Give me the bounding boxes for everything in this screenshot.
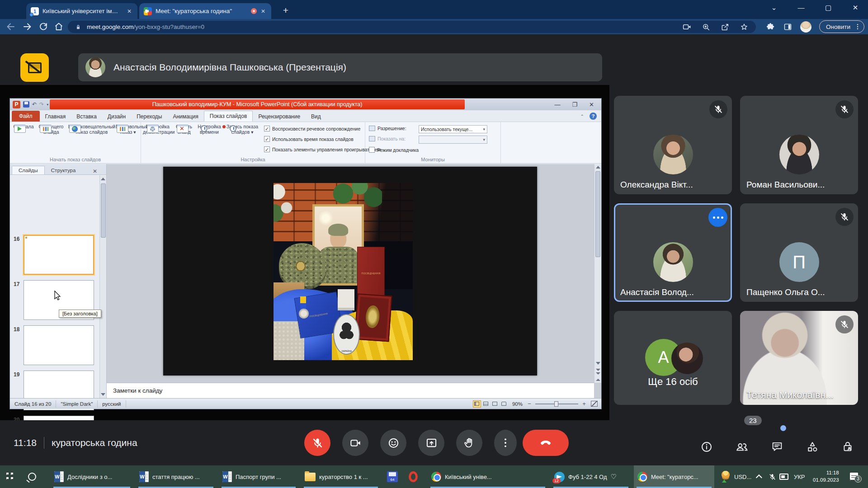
close-tab-icon[interactable]: ✕ [259, 8, 267, 15]
forward-icon[interactable] [22, 21, 33, 32]
taskbar-chrome-university[interactable]: Київський уніве... [428, 465, 548, 488]
setup-slideshow-button[interactable]: Настройка демонстрации [143, 124, 173, 135]
participant-tile-presenter[interactable]: Анастасія Волод... [614, 203, 732, 302]
activities-button[interactable] [806, 441, 819, 453]
minimize-window-icon[interactable]: — [792, 4, 810, 11]
close-pane-icon[interactable]: ✕ [93, 168, 97, 174]
camera-toggle-button[interactable] [342, 430, 368, 456]
maximize-window-icon[interactable]: ▢ [819, 4, 837, 12]
help-icon[interactable]: ? [590, 113, 597, 120]
participant-tile-video[interactable]: Тетяна Миколаївн... [740, 311, 858, 405]
ribbon-tab-slideshow[interactable]: Показ слайдов [204, 111, 253, 122]
presentation-off-icon[interactable] [20, 53, 49, 82]
people-panel-button[interactable] [735, 440, 749, 454]
zoom-slider[interactable] [535, 404, 578, 404]
show-on-dropdown[interactable]: ▾ [419, 136, 487, 144]
more-options-button[interactable] [494, 430, 517, 456]
ribbon-tab-review[interactable]: Рецензирование [253, 112, 306, 122]
resolution-dropdown[interactable]: Использовать текуще...▾ [419, 125, 487, 133]
undo-icon[interactable]: ↶ [32, 101, 37, 108]
tray-expand-button[interactable] [754, 465, 766, 488]
ribbon-tab-file[interactable]: Файл [12, 111, 40, 122]
taskbar-opera[interactable] [405, 465, 421, 488]
taskbar-currency-widget[interactable]: USD... [717, 465, 755, 488]
zoom-out-icon[interactable]: − [526, 400, 533, 407]
more-participants-tile[interactable]: A Ще 16 осіб [614, 311, 732, 405]
use-timings-checkbox[interactable]: ✓Использовать время показа слайдов [264, 136, 354, 142]
reading-view-button[interactable] [491, 400, 499, 408]
taskbar-telegram[interactable]: 12Фуб 1-22 4 Од♡ [551, 465, 631, 488]
chat-panel-button[interactable] [771, 441, 783, 453]
end-call-button[interactable] [523, 430, 569, 456]
reload-icon[interactable] [38, 21, 49, 32]
ppt-minimize-icon[interactable]: — [554, 101, 560, 108]
participant-tile[interactable]: Олександра Вікт... [614, 96, 732, 194]
hide-slide-button[interactable]: ✕Скрыть слайд [174, 124, 194, 135]
rehearse-timings-button[interactable]: Настройка времени [195, 124, 223, 135]
home-icon[interactable] [53, 21, 64, 32]
custom-slideshow-button[interactable]: Произвольный показ ▾ [116, 124, 140, 135]
bookmark-star-icon[interactable] [740, 23, 749, 32]
show-media-controls-checkbox[interactable]: ✓Показать элементы управления проигрыват… [264, 146, 381, 152]
host-controls-button[interactable] [841, 441, 854, 453]
taskbar-chrome-meet[interactable]: Meet: "кураторс... [634, 465, 714, 488]
close-tab-icon[interactable]: ✕ [126, 8, 133, 15]
taskbar-folder[interactable]: кураторство 1 к ... [301, 465, 381, 488]
fit-to-window-icon[interactable] [591, 401, 598, 407]
save-icon[interactable] [23, 101, 29, 108]
slide-scrollbar[interactable] [594, 164, 601, 383]
zoom-page-icon[interactable] [702, 23, 711, 32]
zoom-in-icon[interactable]: + [581, 400, 587, 407]
back-icon[interactable] [5, 21, 16, 32]
taskbar-search-button[interactable] [24, 465, 40, 488]
ppt-close-icon[interactable]: ✕ [589, 101, 594, 108]
tab-slides[interactable]: Слайды [12, 166, 45, 174]
ribbon-tab-view[interactable]: Вид [306, 112, 326, 122]
presenter-view-checkbox[interactable]: Режим докладчика [369, 147, 419, 153]
notes-pane[interactable]: Заметки к слайду [107, 383, 594, 398]
taskbar-clock[interactable]: 11:1801.09.2023 [809, 465, 843, 488]
ppt-restore-icon[interactable]: ❐ [572, 101, 577, 108]
update-browser-button[interactable]: Оновити [819, 20, 864, 33]
browser-menu-chevron-icon[interactable]: ⌄ [765, 4, 783, 12]
participant-tile[interactable]: Роман Васильови... [740, 96, 858, 194]
ribbon-tab-insert[interactable]: Вставка [71, 112, 102, 122]
current-slide-canvas[interactable]: ПОСВІДЧЕННЯ ПОСВІДЧЕННЯ [163, 167, 537, 375]
quick-access-dropdown-icon[interactable]: ▾ [47, 103, 48, 107]
slideshow-view-button[interactable] [500, 400, 508, 408]
play-narrations-checkbox[interactable]: ✓Воспроизвести речевое сопровождение [264, 126, 360, 131]
taskbar-word-doc2[interactable]: стаття працюю ... [136, 465, 216, 488]
taskbar-word-doc1[interactable]: Дослідники з о... [51, 465, 133, 488]
from-current-slide-button[interactable]: С текущего слайда [35, 124, 67, 135]
start-button[interactable] [1, 465, 17, 488]
sidebar-icon[interactable] [783, 22, 793, 32]
slides-pane-scrollbar[interactable] [99, 175, 106, 398]
record-slideshow-button[interactable]: Запись показа слайдов ▾ [224, 124, 260, 135]
ribbon-tab-home[interactable]: Главная [40, 112, 71, 122]
new-tab-button[interactable]: + [279, 5, 292, 17]
language-switcher[interactable]: УКР [790, 465, 809, 488]
ribbon-tab-design[interactable]: Дизайн [102, 112, 131, 122]
slide-sorter-view-button[interactable] [482, 400, 490, 408]
tab-university[interactable]: 1 Київський університет імені Бор ✕ [26, 3, 137, 19]
ribbon-tab-transitions[interactable]: Переходы [131, 112, 167, 122]
extensions-puzzle-icon[interactable] [766, 22, 775, 32]
mic-toggle-button[interactable] [304, 430, 330, 456]
ribbon-tab-animations[interactable]: Анимация [167, 112, 203, 122]
share-icon[interactable] [721, 23, 730, 32]
raise-hand-button[interactable] [456, 430, 482, 456]
reactions-button[interactable] [380, 430, 406, 456]
notification-center-button[interactable]: 3 [846, 465, 862, 488]
language-indicator[interactable]: русский [98, 400, 126, 408]
normal-view-button[interactable] [473, 400, 481, 408]
meeting-details-button[interactable] [700, 441, 713, 453]
present-screen-button[interactable] [418, 430, 444, 456]
redo-icon[interactable]: ↷ [39, 101, 44, 108]
tab-outline[interactable]: Структура [45, 166, 82, 174]
tray-display[interactable] [776, 465, 792, 488]
participant-tile[interactable]: П Пащенко Ольга О... [740, 203, 858, 302]
url-bar[interactable]: meet.google.com/yon-bxxg-stu?authuser=0 [68, 21, 756, 33]
tab-meet[interactable]: Meet: "кураторська година" ✕ [139, 3, 271, 19]
from-beginning-button[interactable]: С начала [13, 124, 34, 129]
camera-allowed-icon[interactable] [682, 22, 692, 32]
